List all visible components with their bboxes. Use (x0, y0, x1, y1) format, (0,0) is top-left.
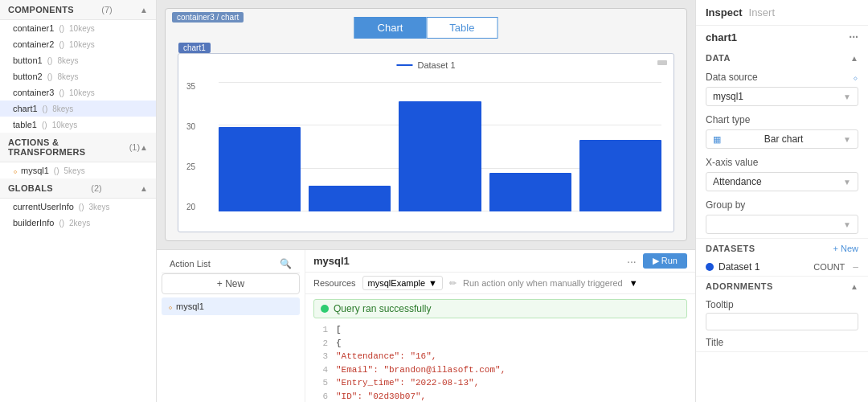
component-name-row: chart1 ··· (696, 26, 868, 48)
chart-resize-handle[interactable] (657, 60, 667, 65)
y-label-35: 35 (186, 82, 195, 91)
tree-item-button2[interactable]: button2 () 8keys (0, 68, 156, 84)
group-by-chevron-icon: ▼ (843, 220, 851, 229)
component-name-label: chart1 (706, 31, 737, 43)
data-source-select[interactable]: mysql1 ▼ (706, 87, 858, 106)
tooltip-label: Tooltip (706, 299, 858, 310)
container-breadcrumb: container3 / chart (172, 12, 244, 23)
line-num-6: 6 (313, 390, 328, 403)
line-content-4: "Email": "brandon@illasoft.com", (336, 363, 506, 377)
code-line-2: 2 { (313, 337, 687, 351)
edit-icon[interactable]: ✏ (449, 278, 457, 289)
dataset-remove-button[interactable]: – (853, 261, 858, 273)
code-line-3: 3 "Attendance": "16", (313, 350, 687, 363)
tree-item-table1[interactable]: table1 () 10keys (0, 117, 156, 133)
new-action-button[interactable]: + New (162, 273, 300, 294)
adornments-section: ADORNMENTS ▲ Tooltip Title (696, 277, 868, 352)
resource-select[interactable]: mysqlExample ▼ (362, 276, 443, 290)
chart-type-row: Chart type (696, 110, 868, 129)
query-name: mysql1 (313, 255, 350, 267)
tree-item-container1[interactable]: container1 () 10keys (0, 20, 156, 36)
actions-title: ACTIONS & TRANSFORMERS (8, 137, 129, 157)
search-icon[interactable]: 🔍 (280, 258, 292, 269)
group-by-row: Group by (696, 195, 868, 215)
code-line-6: 6 "ID": "02d30b07", (313, 390, 687, 403)
x-axis-label: X-axis value (706, 157, 858, 168)
globals-section-header[interactable]: GLOBALS (2) ▲ (0, 178, 156, 199)
actions-list: ⬦ mysql1 () 5keys (0, 162, 156, 178)
trigger-label: Run action only when manually triggered (463, 278, 623, 288)
tab-table[interactable]: Table (426, 17, 497, 39)
more-options-button[interactable]: ··· (627, 255, 637, 268)
tooltip-input[interactable] (706, 313, 858, 330)
mysql-icon: ⬦ (13, 166, 18, 175)
adornments-header[interactable]: ADORNMENTS ▲ (696, 277, 868, 296)
tree-item-container2[interactable]: container2 () 10keys (0, 36, 156, 52)
action-list-label: Action List (170, 259, 211, 269)
data-source-link[interactable]: ⬦ (853, 72, 858, 82)
action-item-label: mysql1 (176, 302, 204, 311)
bottom-panel: Action List 🔍 + New ⬦ mysql1 mysql1 ··· … (157, 249, 695, 402)
datasets-header: Datasets + New (696, 239, 868, 258)
group-by-select[interactable]: ▼ (706, 215, 858, 234)
data-source-row: Data source ⬦ (696, 68, 868, 87)
new-dataset-button[interactable]: + New (833, 244, 859, 253)
chart-label: chart1 (178, 43, 211, 53)
line-num-4: 4 (313, 363, 328, 377)
action-item-mysql1[interactable]: ⬦ mysql1 (162, 297, 300, 315)
tree-item-currentUserInfo[interactable]: currentUserInfo () 3keys (0, 199, 156, 215)
code-line-1: 1 [ (313, 323, 687, 337)
globals-count: (2) (91, 183, 101, 193)
y-axis: 35 30 25 20 (186, 82, 195, 211)
line-content-3: "Attendance": "16", (336, 350, 436, 363)
bar-1 (219, 127, 301, 211)
legend-line (396, 64, 412, 66)
actions-count: (1) (129, 142, 140, 152)
actions-collapse-icon: ▲ (140, 143, 148, 152)
bar-2 (309, 186, 391, 211)
datasets-title: Datasets (706, 244, 755, 253)
dataset-row-1: Dataset 1 COUNT – (696, 258, 868, 276)
data-source-value: mysql1 (713, 91, 743, 102)
query-config-bar: Resources mysqlExample ▼ ✏ Run action on… (305, 273, 695, 294)
line-num-3: 3 (313, 350, 328, 363)
y-label-25: 25 (186, 162, 195, 171)
right-header: Inspect Insert (696, 0, 868, 26)
line-num-2: 2 (313, 337, 328, 351)
data-section-title: DATA (706, 53, 731, 63)
actions-section-header[interactable]: ACTIONS & TRANSFORMERS (1) ▲ (0, 133, 156, 162)
tab-chart[interactable]: Chart (354, 17, 427, 39)
group-by-value (713, 219, 715, 230)
tree-item-mysql1[interactable]: ⬦ mysql1 () 5keys (0, 162, 156, 178)
tree-item-builderInfo[interactable]: builderInfo () 2keys (0, 215, 156, 231)
chart-view-tabs: Chart Table (354, 17, 498, 39)
tree-item-button1[interactable]: button1 () 8keys (0, 52, 156, 68)
left-panel: COMPONENTS (7) ▲ container1 () 10keys co… (0, 0, 157, 402)
title-row: Title (696, 334, 868, 351)
tree-item-container3[interactable]: container3 () 10keys (0, 84, 156, 100)
line-num-5: 5 (313, 376, 328, 390)
bar-5 (579, 140, 661, 211)
tab-inspect[interactable]: Inspect (706, 6, 743, 18)
line-content-2: { (336, 337, 342, 351)
action-sidebar: Action List 🔍 + New ⬦ mysql1 (157, 250, 305, 402)
globals-collapse-icon: ▲ (140, 184, 148, 193)
line-content-1: [ (336, 323, 342, 337)
data-section-header[interactable]: DATA ▲ (696, 48, 868, 68)
y-label-30: 30 (186, 122, 195, 131)
x-axis-row: X-axis value (696, 153, 868, 172)
adornments-collapse-icon: ▲ (850, 282, 858, 291)
resources-label: Resources (313, 278, 356, 288)
chevron-down-icon: ▼ (428, 278, 437, 288)
x-axis-select[interactable]: Attendance ▼ (706, 172, 858, 191)
tree-item-chart1[interactable]: chart1 () 8keys (0, 100, 156, 117)
tab-insert[interactable]: Insert (749, 6, 776, 18)
chart-type-select[interactable]: ▦ Bar chart ▼ (706, 129, 858, 149)
more-options-icon[interactable]: ··· (849, 31, 858, 43)
run-button[interactable]: ▶ Run (643, 253, 687, 269)
components-section-header[interactable]: COMPONENTS (7) ▲ (0, 0, 156, 20)
canvas-inner: container3 / chart Chart Table chart1 Da… (165, 8, 687, 241)
components-title: COMPONENTS (8, 5, 74, 14)
components-count: (7) (101, 5, 112, 14)
success-banner: Query ran successfully (313, 299, 687, 318)
